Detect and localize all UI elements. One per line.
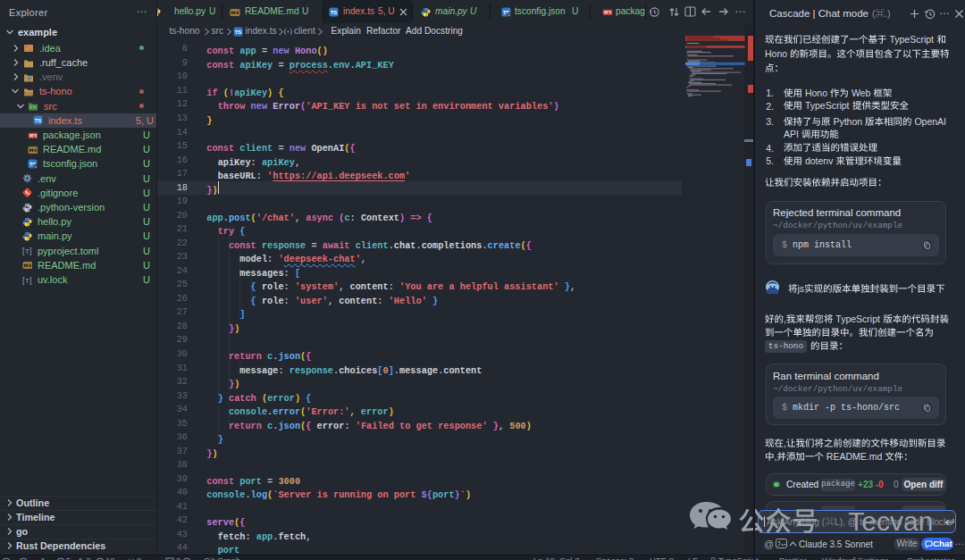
svg-text:.): .) bbox=[885, 8, 890, 19]
svg-text:]: ] bbox=[29, 276, 32, 285]
svg-text:]: ] bbox=[29, 247, 32, 255]
svg-text:Web: Web bbox=[852, 88, 871, 98]
svg-text:TS: TS bbox=[235, 29, 242, 35]
svg-text:Hono: Hono bbox=[805, 88, 827, 98]
svg-text:dotenv: dotenv bbox=[805, 155, 834, 166]
svg-text:Hono: Hono bbox=[765, 48, 787, 59]
svg-text:API: API bbox=[784, 129, 799, 139]
svg-text:Python: Python bbox=[833, 116, 862, 127]
svg-text:,: , bbox=[784, 438, 786, 448]
svg-text:TS: TS bbox=[35, 118, 42, 123]
svg-text:Tecvan: Tecvan bbox=[848, 506, 933, 536]
svg-text:TypeScript: TypeScript bbox=[889, 34, 934, 45]
svg-text:TypeScript: TypeScript bbox=[835, 313, 880, 324]
svg-text:,: , bbox=[775, 451, 777, 462]
svg-text:TS: TS bbox=[331, 10, 338, 15]
svg-text:,: , bbox=[784, 313, 786, 324]
svg-text:README.md: README.md bbox=[827, 451, 883, 462]
svg-text:TypeScript: TypeScript bbox=[805, 100, 850, 111]
svg-text:OpenAI: OpenAI bbox=[914, 116, 946, 127]
svg-text:(: ( bbox=[872, 8, 876, 19]
svg-text:js: js bbox=[797, 283, 805, 294]
